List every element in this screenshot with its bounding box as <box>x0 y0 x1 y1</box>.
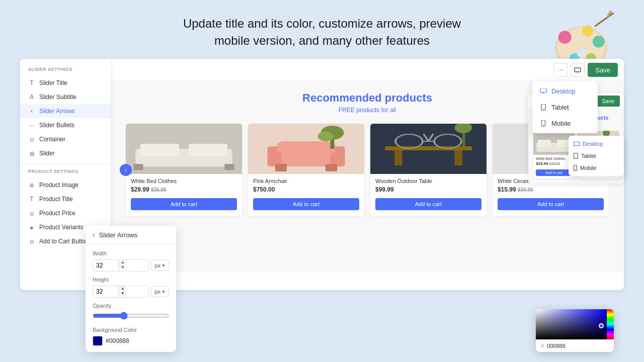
svg-point-19 <box>543 125 544 126</box>
sec-dropdown-desktop[interactable]: Desktop <box>569 138 624 150</box>
product-price-item[interactable]: ◎ Product Price <box>20 206 111 220</box>
editor-toolbar: ··· Save <box>111 59 624 81</box>
height-label: Height <box>93 277 169 283</box>
device-toggle-button[interactable] <box>571 63 585 77</box>
color-swatch-row: #000888 <box>93 336 169 346</box>
arrows-popup-title: Slider Arrows <box>99 231 138 239</box>
secondary-product-price-0: $29.99 $35.00 <box>536 161 572 166</box>
svg-point-71 <box>575 169 576 170</box>
product-image-label: Product Image <box>39 182 78 189</box>
color-main-gradient[interactable] <box>536 309 607 339</box>
height-input-group: ▲ ▼ <box>93 286 149 298</box>
opacity-slider[interactable] <box>93 312 169 320</box>
product-price-0: $29.99 $35.00 <box>131 186 237 193</box>
container-icon: ⊡ <box>28 136 35 143</box>
save-button[interactable]: Save <box>588 63 618 77</box>
product-name-2: Wooden Outdoor Table <box>375 178 481 184</box>
slider-subtitle-label: Slider Subtitle <box>39 94 76 101</box>
slider-item[interactable]: ▤ Slider <box>20 146 111 160</box>
sec-mobile-icon <box>574 165 577 171</box>
height-stepper: ▲ ▼ <box>118 286 127 297</box>
add-cart-button-3[interactable]: Add to cart <box>498 198 604 210</box>
product-image-1 <box>248 124 364 174</box>
secondary-save-button[interactable]: Save <box>596 96 620 107</box>
secondary-product-name-0: White Bed Clothes <box>536 157 572 160</box>
svg-rect-23 <box>189 144 227 156</box>
page-headline: Update title and its color, customize ar… <box>0 0 644 59</box>
slider-arrows-item[interactable]: ‹ Slider Arrows <box>20 104 111 118</box>
more-options-button[interactable]: ··· <box>553 63 568 77</box>
arrows-popup-body: Width ▲ ▼ px ▼ Height ▲ ▼ <box>86 244 176 352</box>
width-increment[interactable]: ▲ <box>119 260 127 265</box>
svg-rect-22 <box>140 144 179 156</box>
slider-bullets-item[interactable]: ··· Slider Bullets <box>20 118 111 132</box>
slider-title-label: Slider Title <box>39 79 67 86</box>
product-variants-label: Product Variants <box>39 224 84 231</box>
monitor-icon <box>574 67 581 72</box>
svg-point-3 <box>582 25 593 36</box>
svg-point-2 <box>558 31 572 44</box>
mobile-icon <box>539 119 547 127</box>
svg-rect-25 <box>224 164 234 170</box>
sec-dropdown-mobile[interactable]: Mobile <box>569 162 624 174</box>
arrows-popup: ‹ Slider Arrows Width ▲ ▼ px ▼ Height ▲ <box>86 226 176 352</box>
slider-label: Slider <box>39 150 55 157</box>
svg-rect-37 <box>385 146 472 150</box>
color-hex-bar: # <box>536 339 614 352</box>
width-unit-select[interactable]: px ▼ <box>151 260 169 271</box>
color-picker-thumb[interactable] <box>599 323 604 328</box>
add-cart-button-1[interactable]: Add to cart <box>253 198 359 210</box>
svg-point-7 <box>577 48 585 57</box>
bullets-icon: ··· <box>28 122 35 129</box>
product-price-2: $99.99 <box>375 186 481 193</box>
product-image-0 <box>126 124 242 174</box>
product-card-1: Pink Armchair $750.00 Add to cart <box>248 124 364 216</box>
slider-title-item[interactable]: T Slider Title <box>20 76 111 90</box>
product-section-title: PRODUCT SETTINGS <box>20 169 111 178</box>
height-input[interactable] <box>93 286 118 297</box>
dropdown-desktop[interactable]: Desktop <box>532 83 598 99</box>
bg-color-hex: #000888 <box>106 337 129 344</box>
bg-color-label: Background Color <box>93 327 169 333</box>
desktop-icon <box>539 87 547 95</box>
color-spectrum-bar[interactable] <box>607 309 614 339</box>
product-title-item[interactable]: T Product Title <box>20 192 111 206</box>
arrows-back-button[interactable]: ‹ <box>93 231 95 239</box>
slider-section-title: SLIDER SETTINGS <box>20 67 111 76</box>
container-item[interactable]: ⊡ Container <box>20 132 111 146</box>
product-variants-icon: ◈ <box>28 224 35 231</box>
height-increment[interactable]: ▲ <box>119 286 127 291</box>
svg-rect-32 <box>326 164 337 171</box>
add-cart-button-0[interactable]: Add to cart <box>131 198 237 210</box>
product-info-1: Pink Armchair $750.00 <box>248 174 364 193</box>
width-decrement[interactable]: ▼ <box>119 265 127 270</box>
height-field-row: ▲ ▼ px ▼ <box>93 286 169 298</box>
dropdown-tablet[interactable]: Tablet <box>532 99 598 115</box>
sec-tablet-icon <box>574 153 578 159</box>
product-info-0: White Bed Clothes $29.99 $35.00 <box>126 174 242 193</box>
sec-dropdown-tablet[interactable]: Tablet <box>569 150 624 162</box>
product-image-icon: ⊞ <box>28 182 35 189</box>
color-hex-input[interactable] <box>547 343 614 349</box>
dropdown-mobile[interactable]: Mobile <box>532 115 598 131</box>
slider-prev-button[interactable]: ‹ <box>120 164 132 176</box>
text-alt-icon: A <box>28 94 35 101</box>
product-image-item[interactable]: ⊞ Product Image <box>20 178 111 192</box>
svg-point-17 <box>543 109 544 110</box>
slider-subtitle-item[interactable]: A Slider Subtitle <box>20 90 111 104</box>
sec-desktop-icon <box>574 142 580 146</box>
width-stepper: ▲ ▼ <box>118 260 127 271</box>
product-name-1: Pink Armchair <box>253 178 359 184</box>
height-unit-select[interactable]: px ▼ <box>151 286 169 297</box>
add-cart-button-2[interactable]: Add to cart <box>375 198 481 210</box>
add-cart-icon: ⊟ <box>28 238 35 245</box>
width-input[interactable] <box>93 260 118 271</box>
secondary-add-cart-0[interactable]: Add to cart <box>536 169 572 176</box>
product-price-icon: ◎ <box>28 210 35 217</box>
height-decrement[interactable]: ▼ <box>119 291 127 296</box>
svg-point-35 <box>318 131 334 141</box>
svg-line-8 <box>595 13 614 26</box>
slider-arrows-label: Slider Arrows <box>39 108 75 115</box>
svg-rect-24 <box>133 164 143 170</box>
bg-color-swatch[interactable] <box>93 336 103 346</box>
